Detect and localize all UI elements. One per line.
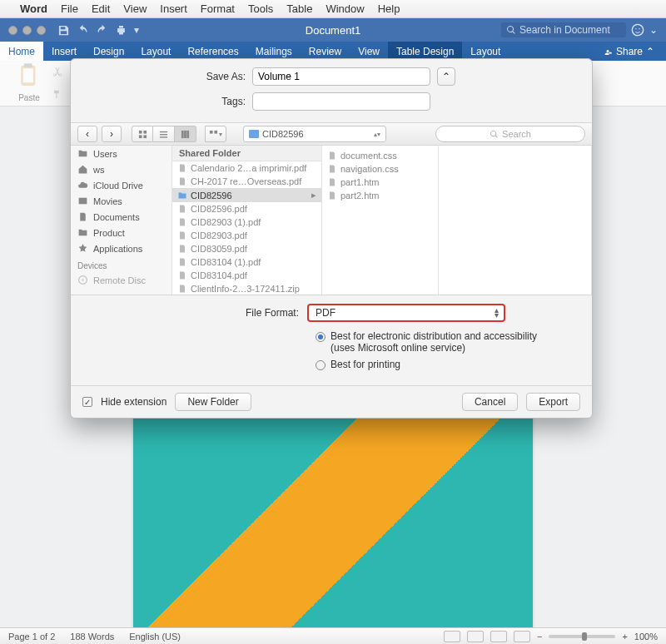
print-layout-view-button[interactable] — [444, 631, 460, 642]
file-row[interactable]: CID82903 (1).pdf — [172, 215, 321, 229]
sidebar-item-movies[interactable]: Movies — [71, 193, 171, 209]
cancel-button[interactable]: Cancel — [462, 393, 518, 411]
sidebar-label: Applications — [93, 244, 142, 254]
cut-icon[interactable] — [52, 66, 63, 77]
file-row[interactable]: CID83104.pdf — [172, 269, 321, 282]
menu-view[interactable]: View — [123, 2, 147, 15]
file-row[interactable]: Calendario 2…a imprimir.pdf — [172, 161, 321, 175]
file-row[interactable]: CID83059.pdf — [172, 242, 321, 255]
svg-point-1 — [635, 28, 636, 29]
file-row[interactable]: document.css — [322, 149, 438, 162]
pdf-option-printing[interactable]: Best for printing — [316, 359, 577, 370]
menu-table[interactable]: Table — [286, 2, 312, 15]
print-icon[interactable] — [115, 24, 127, 37]
outline-view-button[interactable] — [490, 631, 507, 642]
zoom-in-button[interactable]: + — [622, 632, 627, 642]
menu-insert[interactable]: Insert — [160, 2, 187, 15]
sidebar-item-users[interactable]: Users — [71, 146, 171, 161]
shared-folder-header: Shared Folder — [172, 146, 321, 161]
share-label: Share — [616, 46, 643, 57]
export-button[interactable]: Export — [526, 393, 580, 411]
file-icon — [177, 270, 187, 280]
radio-label: Best for electronic distribution and acc… — [331, 330, 537, 342]
menu-edit[interactable]: Edit — [92, 2, 110, 15]
menu-file[interactable]: File — [61, 2, 78, 15]
tab-home[interactable]: Home — [0, 42, 43, 61]
forward-button[interactable]: › — [102, 126, 122, 142]
zoom-slider[interactable] — [549, 635, 615, 638]
share-button[interactable]: Share ⌃ — [591, 42, 666, 61]
format-painter-icon[interactable] — [52, 89, 63, 101]
svg-rect-11 — [143, 130, 147, 133]
sidebar-item-applications[interactable]: Applications — [71, 240, 171, 256]
search-document-field[interactable]: Search in Document — [501, 22, 626, 37]
file-browser-columns: Users ws iCloud Drive Movies Documents P… — [71, 146, 592, 295]
sidebar-item-product[interactable]: Product — [71, 225, 171, 240]
file-row[interactable]: CH-2017 re…Overseas.pdf — [172, 175, 321, 188]
file-format-select[interactable]: PDF ▴▾ — [307, 304, 505, 322]
file-name: part2.htm — [340, 191, 379, 201]
collapse-dialog-button[interactable]: ⌃ — [437, 67, 455, 86]
undo-icon[interactable] — [77, 24, 89, 37]
file-format-label: File Format: — [86, 307, 307, 319]
menu-tools[interactable]: Tools — [248, 2, 273, 15]
qat-dropdown-icon[interactable]: ▾ — [134, 24, 139, 36]
web-layout-view-button[interactable] — [467, 631, 484, 642]
file-row[interactable]: ClientInfo-2…3-172411.zip — [172, 282, 321, 295]
menu-format[interactable]: Format — [201, 2, 235, 15]
status-language[interactable]: English (US) — [129, 632, 181, 642]
radio-icon — [316, 332, 326, 342]
list-view-button[interactable] — [153, 126, 175, 142]
status-page[interactable]: Page 1 of 2 — [8, 632, 55, 642]
feedback-icon[interactable] — [631, 23, 644, 37]
redo-icon[interactable] — [96, 24, 108, 37]
save-icon[interactable] — [57, 24, 70, 37]
search-placeholder: Search in Document — [519, 24, 610, 36]
menu-window[interactable]: Window — [326, 2, 364, 15]
back-button[interactable]: ‹ — [77, 126, 97, 142]
quick-access-toolbar: ▾ — [57, 24, 139, 37]
icon-view-icon — [138, 130, 147, 139]
path-dropdown[interactable]: CID82596 ▴▾ — [243, 126, 386, 142]
file-row[interactable]: CID82596.pdf — [172, 202, 321, 215]
minimize-window-icon[interactable] — [22, 26, 32, 35]
new-folder-button[interactable]: New Folder — [175, 393, 251, 411]
ribbon-collapse-icon[interactable]: ⌃ — [646, 46, 654, 57]
folder-icon — [77, 148, 88, 159]
file-row[interactable]: CID83104 (1).pdf — [172, 255, 321, 269]
hide-extension-checkbox[interactable]: ✓ — [82, 397, 92, 407]
menu-help[interactable]: Help — [378, 2, 400, 15]
pdf-option-electronic[interactable]: Best for electronic distribution and acc… — [316, 330, 577, 354]
file-row[interactable]: navigation.css — [322, 162, 438, 176]
file-row[interactable]: CID82903.pdf — [172, 229, 321, 242]
sidebar-item-remote-disc[interactable]: Remote Disc — [71, 272, 171, 288]
close-window-icon[interactable] — [8, 26, 17, 35]
file-icon — [177, 204, 187, 214]
app-name[interactable]: Word — [20, 2, 47, 15]
path-label: CID82596 — [262, 129, 304, 139]
svg-rect-17 — [181, 130, 184, 137]
svg-rect-10 — [138, 130, 142, 133]
tags-input[interactable] — [252, 92, 430, 111]
save-as-input[interactable] — [252, 67, 430, 86]
file-row[interactable]: part2.htm — [322, 189, 438, 202]
sidebar-item-icloud[interactable]: iCloud Drive — [71, 177, 171, 193]
icon-view-button[interactable] — [132, 126, 153, 142]
file-row[interactable]: CID82596▸ — [172, 188, 321, 202]
radio-label: Best for printing — [331, 359, 400, 370]
zoom-level[interactable]: 100% — [634, 632, 658, 642]
group-items-button[interactable]: ▾ — [205, 126, 226, 142]
file-row[interactable]: part1.htm — [322, 176, 438, 189]
file-search-input[interactable]: Search — [435, 126, 585, 142]
sidebar-item-ws[interactable]: ws — [71, 161, 171, 177]
zoom-out-button[interactable]: − — [537, 632, 542, 642]
status-words[interactable]: 188 Words — [70, 632, 114, 642]
sidebar-item-documents[interactable]: Documents — [71, 209, 171, 225]
draft-view-button[interactable] — [514, 631, 530, 642]
paste-button[interactable]: Paste — [10, 62, 48, 102]
zoom-window-icon[interactable] — [37, 26, 46, 35]
titlebar-dropdown-icon[interactable]: ⌄ — [649, 24, 658, 36]
column-view-button[interactable] — [175, 126, 196, 142]
chevron-updown-icon: ▴▾ — [374, 131, 380, 138]
file-icon — [327, 191, 337, 201]
